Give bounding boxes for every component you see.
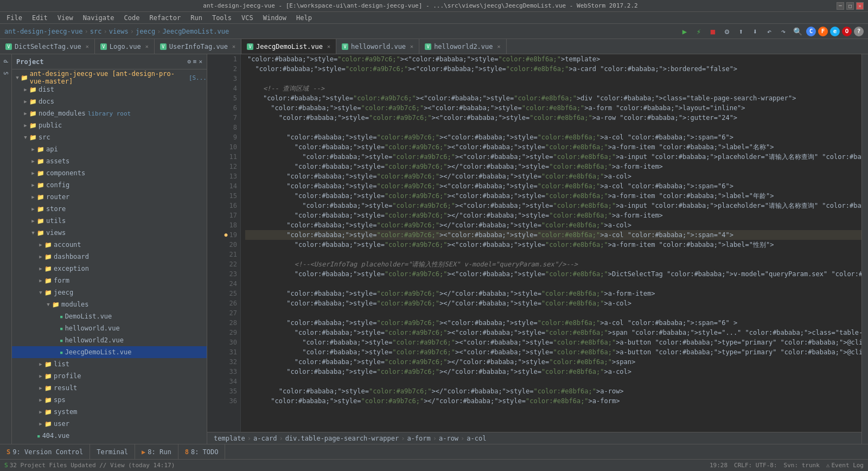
tree-node-jeecg[interactable]: ▼📁jeecg [12, 287, 207, 298]
project-icon[interactable]: P [1, 56, 11, 66]
bottom-breadcrumb-item-5[interactable]: a-col [467, 435, 486, 442]
code-line-26[interactable]: "color:#bababa;">style="color:#a9b7c6;">… [245, 298, 861, 308]
tree-node-exception[interactable]: ▶📁exception [12, 263, 207, 275]
expand-icon[interactable]: ▶ [37, 421, 44, 427]
code-line-6[interactable]: "color:#bababa;">style="color:#a9b7c6;">… [245, 103, 861, 113]
expand-icon[interactable]: ▶ [22, 123, 29, 128]
menu-item-navigate[interactable]: Navigate [79, 13, 119, 23]
tab-close-button[interactable]: ✕ [86, 43, 89, 49]
tree-node-views[interactable]: ▼📁views [12, 227, 207, 239]
code-line-9[interactable]: "color:#bababa;">style="color:#a9b7c6;">… [245, 132, 861, 142]
forward-icon[interactable]: ↷ [778, 26, 789, 37]
tree-node-node_modules[interactable]: ▶📁node_modules library root [12, 107, 207, 119]
code-line-21[interactable] [245, 250, 861, 259]
tree-node-helloworld2.vue[interactable]: ▪helloworld2.vue [12, 334, 207, 346]
tab-close-button[interactable]: ✕ [232, 43, 235, 49]
code-line-27[interactable] [245, 308, 861, 318]
tab-Logo-vue[interactable]: VLogo.vue✕ [95, 39, 155, 54]
code-line-3[interactable] [245, 74, 861, 84]
code-line-19[interactable]: "color:#bababa;">style="color:#a9b7c6;">… [245, 230, 861, 240]
tree-node-account[interactable]: ▶📁account [12, 239, 207, 251]
tree-node-api[interactable]: ▶📁api [12, 143, 207, 155]
expand-icon[interactable]: ▶ [37, 385, 44, 391]
tab-JeecgDemoList-vue[interactable]: VJeecgDemoList.vue✕ [241, 39, 336, 54]
structure-icon[interactable]: S [1, 68, 11, 78]
debug-icon[interactable]: ⚡ [693, 26, 704, 37]
expand-icon[interactable]: ▶ [29, 194, 37, 200]
expand-icon[interactable]: ▶ [29, 158, 37, 164]
code-line-1[interactable]: "color:#bababa;">style="color:#a9b7c6;">… [245, 54, 861, 64]
run-icon[interactable]: ▶ [679, 26, 690, 37]
code-line-4[interactable]: <!-- 查询区域 --> [245, 84, 861, 93]
tab-helloworld-vue[interactable]: Vhelloworld.vue✕ [336, 39, 419, 54]
expand-icon[interactable]: ▶ [29, 147, 37, 152]
tree-node-demolist.vue[interactable]: ▪DemoList.vue [12, 310, 207, 322]
expand-icon[interactable]: ▶ [37, 266, 44, 271]
menu-item-run[interactable]: Run [186, 13, 207, 23]
menu-item-file[interactable]: File [2, 13, 27, 23]
tree-node-public[interactable]: ▶📁public [12, 119, 207, 131]
tree-node-result[interactable]: ▶📁result [12, 382, 207, 394]
sidebar-close-icon[interactable]: ✕ [199, 58, 202, 65]
menu-item-refactor[interactable]: Refactor [145, 13, 185, 23]
tab-close-button[interactable]: ✕ [145, 43, 149, 49]
tab-UserInfoTag-vue[interactable]: VUserInfoTag.vue✕ [155, 39, 241, 54]
tree-node-sps[interactable]: ▶📁sps [12, 394, 207, 406]
tree-node-user[interactable]: ▶📁user [12, 418, 207, 430]
bottom-breadcrumb-item-2[interactable]: div.table-page-search-wrapper [285, 435, 399, 442]
code-line-32[interactable]: "color:#bababa;">style="color:#a9b7c6;">… [245, 357, 861, 367]
tree-node-router[interactable]: ▶📁router [12, 191, 207, 203]
tree-node-assets[interactable]: ▶📁assets [12, 155, 207, 167]
expand-icon[interactable]: ▶ [29, 182, 37, 188]
expand-icon[interactable]: ▶ [37, 278, 44, 283]
settings-icon[interactable]: ⚙ [722, 26, 732, 37]
tree-node-docs[interactable]: ▶📁docs [12, 96, 207, 107]
tree-node-src[interactable]: ▼📁src [12, 131, 207, 143]
vcs-icon[interactable]: ⬆ [736, 26, 746, 37]
menu-item-view[interactable]: View [53, 13, 78, 23]
tree-node-form[interactable]: ▶📁form [12, 275, 207, 287]
code-line-30[interactable]: "color:#bababa;">style="color:#a9b7c6;">… [245, 338, 861, 347]
bottom-tab-terminal[interactable]: Terminal [90, 444, 135, 459]
expand-icon[interactable]: ▶ [37, 242, 44, 247]
expand-icon[interactable]: ▼ [22, 135, 29, 140]
expand-icon[interactable]: ▶ [37, 254, 44, 259]
code-line-33[interactable]: "color:#bababa;">style="color:#a9b7c6;">… [245, 367, 861, 377]
breadcrumb-item-3[interactable]: jeecg [136, 28, 155, 35]
expand-icon[interactable]: ▶ [29, 170, 37, 176]
code-line-11[interactable]: "color:#bababa;">style="color:#a9b7c6;">… [245, 152, 861, 162]
code-line-5[interactable]: "color:#bababa;">style="color:#a9b7c6;">… [245, 93, 861, 103]
event-log[interactable]: ⚠ Event Log [826, 462, 864, 469]
tree-node-dist[interactable]: ▶📁dist [12, 84, 207, 96]
sidebar-gear-icon[interactable]: ⚙ [187, 58, 191, 65]
code-line-7[interactable]: "color:#bababa;">style="color:#a9b7c6;">… [245, 113, 861, 123]
code-line-22[interactable]: <!--<UserInfoTag placeholder="请输入性别SEX" … [245, 259, 861, 269]
close-button[interactable]: ✕ [856, 2, 864, 10]
code-line-17[interactable]: "color:#bababa;">style="color:#a9b7c6;">… [245, 211, 861, 220]
bottom-breadcrumb-item-3[interactable]: a-form [407, 435, 430, 442]
position-info[interactable]: 19:28 [710, 462, 727, 469]
tree-node-ant-design-jeecg-vue-[ant-design-pro-vue-master][interactable]: ▼📁ant-design-jeecg-vue [ant-design-pro-v… [12, 72, 207, 84]
code-line-29[interactable]: "color:#bababa;">style="color:#a9b7c6;">… [245, 328, 861, 338]
encoding-info[interactable]: CRLF: UTF-8: [734, 462, 777, 469]
tab-helloworld2-vue[interactable]: Vhelloworld2.vue✕ [419, 39, 506, 54]
expand-icon[interactable]: ▼ [29, 230, 37, 236]
expand-icon[interactable]: ▶ [22, 111, 29, 116]
code-line-25[interactable]: "color:#bababa;">style="color:#a9b7c6;">… [245, 289, 861, 298]
expand-icon[interactable]: ▶ [22, 99, 29, 104]
vcs-update-icon[interactable]: ⬇ [750, 26, 761, 37]
tree-node-helloworld.vue[interactable]: ▪helloworld.vue [12, 322, 207, 334]
bottom-breadcrumb-item-0[interactable]: template [214, 435, 245, 442]
code-line-24[interactable] [245, 279, 861, 289]
sidebar-layout-icon[interactable]: ≡ [193, 58, 197, 65]
code-line-20[interactable]: "color:#bababa;">style="color:#a9b7c6;">… [245, 240, 861, 250]
menu-item-vcs[interactable]: VCS [237, 13, 258, 23]
firefox-icon[interactable]: F [818, 27, 828, 36]
code-line-23[interactable]: "color:#bababa;">style="color:#a9b7c6;">… [245, 269, 861, 279]
bottom-tab-8--todo[interactable]: 88: TODO [178, 444, 226, 459]
code-line-16[interactable]: "color:#bababa;">style="color:#a9b7c6;">… [245, 201, 861, 211]
chrome-icon[interactable]: C [806, 27, 816, 36]
tree-node-store[interactable]: ▶📁store [12, 203, 207, 215]
minimize-button[interactable]: ─ [837, 2, 844, 10]
code-line-14[interactable]: "color:#bababa;">style="color:#a9b7c6;">… [245, 181, 861, 191]
